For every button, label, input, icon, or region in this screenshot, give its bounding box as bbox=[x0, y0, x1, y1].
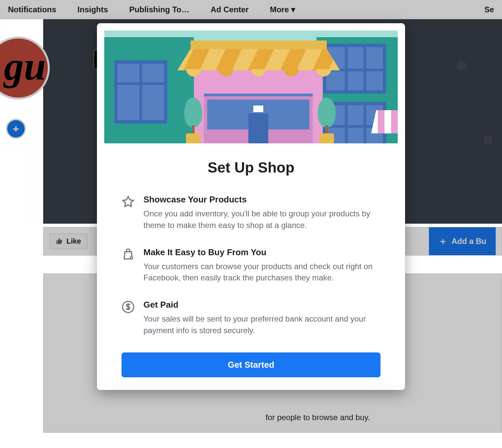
shopping-bag-icon bbox=[122, 248, 135, 261]
nav-insights[interactable]: Insights bbox=[77, 5, 108, 14]
hint-text: for people to browse and buy. bbox=[266, 411, 370, 423]
get-started-button[interactable]: Get Started bbox=[122, 352, 380, 377]
plus-icon: ＋ bbox=[438, 235, 448, 248]
add-a-button[interactable]: ＋ Add a Bu bbox=[429, 227, 496, 255]
add-button-label: Add a Bu bbox=[452, 237, 486, 246]
setup-shop-modal: Set Up Shop Showcase Your Products Once … bbox=[97, 23, 405, 390]
like-button[interactable]: Like bbox=[49, 233, 87, 249]
dollar-icon bbox=[122, 300, 135, 314]
like-label: Like bbox=[66, 237, 81, 246]
feature-showcase: Showcase Your Products Once you add inve… bbox=[122, 194, 380, 231]
nav-right-truncated[interactable]: Se bbox=[484, 5, 494, 14]
feature-desc: Once you add inventory, you'll be able t… bbox=[143, 208, 380, 231]
nav-more[interactable]: More ▾ bbox=[270, 5, 295, 14]
nav-ad-center[interactable]: Ad Center bbox=[210, 5, 249, 14]
star-icon bbox=[122, 195, 135, 208]
top-nav: Notifications Insights Publishing To… Ad… bbox=[0, 0, 502, 19]
feature-title: Showcase Your Products bbox=[143, 194, 380, 205]
feature-list: Showcase Your Products Once you add inve… bbox=[97, 194, 405, 336]
profile-picture[interactable]: gu bbox=[0, 37, 50, 100]
feature-paid: Get Paid Your sales will be sent to your… bbox=[122, 300, 380, 336]
feature-buy: Make It Easy to Buy From You Your custom… bbox=[122, 247, 380, 284]
feature-title: Get Paid bbox=[143, 300, 380, 310]
nav-notifications[interactable]: Notifications bbox=[8, 5, 56, 14]
modal-title: Set Up Shop bbox=[97, 159, 405, 176]
hero-illustration bbox=[104, 31, 398, 143]
feature-desc: Your sales will be sent to your preferre… bbox=[143, 313, 380, 336]
feature-title: Make It Easy to Buy From You bbox=[143, 247, 380, 258]
thumb-up-icon bbox=[56, 238, 63, 245]
nav-publishing[interactable]: Publishing To… bbox=[129, 5, 189, 14]
feature-desc: Your customers can browse your products … bbox=[143, 261, 380, 284]
add-profile-photo-icon[interactable]: + bbox=[6, 119, 26, 139]
